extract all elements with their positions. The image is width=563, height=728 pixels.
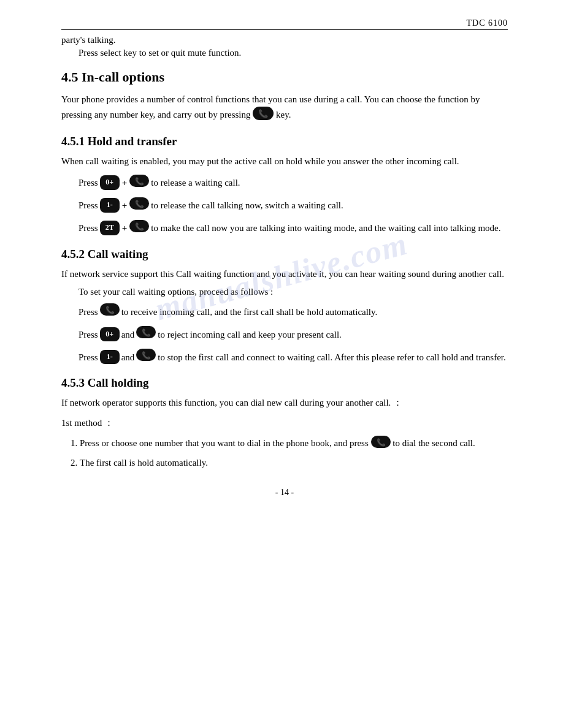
- section-451-body: When call waiting is enabled, you may pu…: [61, 154, 508, 169]
- call-icon-5: 📞: [136, 326, 156, 343]
- call-icon-6: 📞: [136, 349, 156, 365]
- svg-text:📞: 📞: [105, 305, 114, 314]
- section-45-body: Your phone provides a number of control …: [61, 93, 508, 124]
- party-talking-text: party's talking.: [61, 35, 508, 45]
- after-text: After this please refer to call hold and…: [334, 350, 505, 365]
- section-452-heading: 4.5.2 Call waiting: [61, 248, 508, 261]
- press-text-3: to make the call now you are talking int…: [151, 221, 500, 235]
- key-0plus-1: 0+: [100, 175, 120, 189]
- section-453-heading: 4.5.3 Call holding: [61, 376, 508, 390]
- press-row-3: Press 2T + 📞 to make the call now you ar…: [79, 220, 508, 237]
- svg-text:📞: 📞: [135, 199, 144, 208]
- press-text-1: to release a waiting call.: [151, 175, 240, 190]
- svg-text:📞: 📞: [376, 438, 385, 447]
- svg-text:📞: 📞: [142, 351, 151, 360]
- svg-text:📞: 📞: [135, 176, 144, 186]
- press-text-6: to stop the first call and connect to wa…: [158, 350, 332, 365]
- call-icon-list: 📞: [371, 436, 391, 452]
- press-label-3: Press: [79, 221, 98, 235]
- plus-3: +: [122, 221, 128, 235]
- and-2: and: [121, 350, 135, 365]
- svg-text:📞: 📞: [142, 328, 151, 337]
- and-1: and: [121, 327, 135, 342]
- press-text-2: to release the call talking now, switch …: [151, 198, 343, 213]
- press-label-2: Press: [79, 198, 98, 213]
- footer: - 14 -: [61, 488, 508, 498]
- press-row-5: Press 0+ and 📞 to reject incoming call a…: [79, 326, 508, 343]
- press-row-2: Press 1- + 📞 to release the call talking…: [79, 197, 508, 214]
- press-label-1: Press: [79, 175, 98, 190]
- call-icon-3: 📞: [129, 220, 149, 237]
- press-text-4: to receive incoming call, and the first …: [121, 305, 378, 319]
- press-text-5: to reject incoming call and keep your pr…: [158, 327, 341, 342]
- key-0plus-2: 0+: [100, 327, 120, 341]
- press-row-4: Press 📞 to receive incoming call, and th…: [79, 303, 508, 320]
- header: TDC 6100: [61, 18, 508, 28]
- svg-text:📞: 📞: [135, 222, 144, 231]
- list-item-2: The first call is hold automatically.: [80, 456, 508, 470]
- call-icon-1: 📞: [129, 175, 149, 191]
- list-item-1: Press or choose one number that you want…: [80, 436, 508, 452]
- plus-1: +: [122, 175, 128, 190]
- key-2t-1: 2T: [100, 221, 120, 235]
- key-1minus-1: 1-: [100, 198, 120, 212]
- key-1minus-2: 1-: [100, 350, 120, 364]
- svg-text:📞: 📞: [258, 108, 269, 119]
- section-453-method1: 1st method ：: [61, 416, 508, 430]
- section-452-body1: If network service support this Call wai…: [61, 267, 508, 281]
- press-row-1: Press 0+ + 📞 to release a waiting call.: [79, 175, 508, 191]
- header-title: TDC 6100: [467, 18, 508, 28]
- section-453-body1: If network operator supports this functi…: [61, 396, 508, 410]
- press-label-4: Press: [79, 305, 98, 319]
- plus-2: +: [122, 198, 128, 213]
- call-icon-inline: 📞: [253, 107, 274, 124]
- section-452-body2: To set your call waiting options, procee…: [79, 287, 508, 297]
- page: manualshlive.com TDC 6100 party's talkin…: [0, 0, 563, 728]
- press-label-5: Press: [79, 327, 98, 342]
- press-label-6: Press: [79, 350, 98, 365]
- section-45-heading: 4.5 In-call options: [61, 69, 508, 85]
- call-icon-2: 📞: [129, 197, 149, 214]
- call-icon-4: 📞: [100, 303, 120, 320]
- press-select-text: Press select key to set or quit mute fun…: [79, 48, 508, 58]
- press-row-6: Press 1- and 📞 to stop the first call an…: [79, 349, 508, 365]
- section-453-list: Press or choose one number that you want…: [80, 436, 508, 469]
- header-divider: [61, 29, 508, 30]
- page-number: - 14 -: [275, 488, 294, 497]
- section-451-heading: 4.5.1 Hold and transfer: [61, 135, 508, 148]
